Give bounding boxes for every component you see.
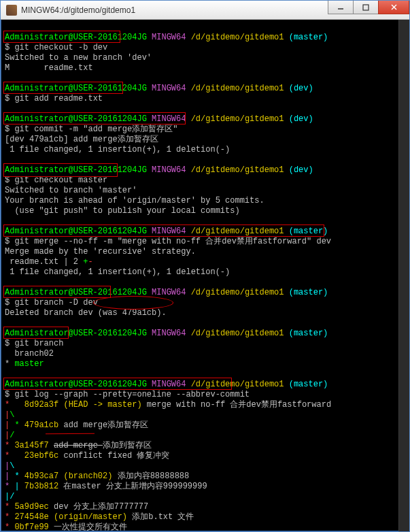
close-button[interactable] bbox=[378, 1, 409, 14]
log-line: * 5a9d9ec dev 分支上添加7777777 bbox=[5, 502, 148, 512]
log-line: | * 4b93ca7 (branch02) 添加内容88888888 bbox=[5, 471, 189, 481]
log-line: * 8d92a3f (HEAD -> master) merge with no… bbox=[5, 400, 331, 410]
cmd-line: $ git add readme.txt bbox=[5, 94, 103, 103]
prompt-line: Administrator@USER-20161204JG MINGW64 /d… bbox=[5, 84, 313, 93]
prompt-line: Administrator@USER-20161204JG MINGW64 /d… bbox=[5, 33, 328, 42]
prompt-line: Administrator@USER-20161204JG MINGW64 /d… bbox=[5, 114, 313, 124]
cmd-line: $ git merge --no-ff -m "merge with no-ff… bbox=[5, 237, 331, 246]
window-buttons bbox=[328, 1, 409, 14]
log-line: * | 7b3b812 在master 分支上新增内容999999999 bbox=[5, 482, 207, 491]
prompt-line: Administrator@USER-20161204JG MINGW64 /d… bbox=[5, 380, 328, 389]
maximize-button[interactable] bbox=[353, 1, 379, 14]
minimize-button[interactable] bbox=[328, 1, 354, 14]
out-line: Deleted branch dev (was 479a1cb). bbox=[5, 308, 167, 318]
cmd-line: $ git commit -m "add merge添加暂存区" bbox=[5, 124, 177, 134]
scrollbar[interactable] bbox=[398, 20, 409, 531]
cmd-line: $ git branch -D dev bbox=[5, 298, 98, 307]
out-line: Switched to branch 'master' bbox=[5, 186, 137, 195]
out-line: [dev 479a1cb] add merge添加暂存区 bbox=[5, 135, 158, 144]
out-line: 1 file changed, 1 insertion(+), 1 deleti… bbox=[5, 267, 230, 277]
out-line: * master bbox=[5, 359, 44, 369]
log-line: |\ bbox=[5, 461, 14, 471]
out-line: Your branch is ahead of 'origin/master' … bbox=[5, 196, 264, 205]
titlebar[interactable]: MINGW64:/d/gitdemo/gitdemo1 bbox=[1, 1, 409, 20]
out-line: Switched to a new branch 'dev' bbox=[5, 53, 152, 63]
cmd-line: $ git checkout -b dev bbox=[5, 43, 107, 52]
log-line: * 23ebf6c conflict fixed 修复冲突 bbox=[5, 451, 169, 461]
log-line: |/ bbox=[5, 492, 14, 501]
terminal-window: MINGW64:/d/gitdemo/gitdemo1 Administrato… bbox=[0, 0, 410, 532]
out-line: readme.txt | 2 +- bbox=[5, 257, 93, 267]
out-line: 1 file changed, 1 insertion(+), 1 deleti… bbox=[5, 145, 230, 154]
out-line: Merge made by the 'recursive' strategy. bbox=[5, 247, 196, 256]
prompt-line: Administrator@USER-20161204JG MINGW64 /d… bbox=[5, 288, 328, 297]
log-line: * 0bf7e99 一次性提交所有文件 bbox=[5, 522, 127, 532]
app-icon bbox=[6, 5, 17, 16]
window-title: MINGW64:/d/gitdemo/gitdemo1 bbox=[21, 5, 135, 15]
cmd-line: $ git checkout master bbox=[5, 176, 107, 185]
prompt-line: Administrator@USER-20161204JG MINGW64 /d… bbox=[5, 329, 328, 338]
log-line: | * 479a1cb add merge添加暂存区 bbox=[5, 420, 148, 430]
out-line: (use "git push" to publish your local co… bbox=[5, 206, 240, 216]
out-line: branch02 bbox=[5, 349, 54, 359]
log-line: |/ bbox=[5, 431, 14, 440]
terminal-output[interactable]: Administrator@USER-20161204JG MINGW64 /d… bbox=[1, 20, 409, 532]
prompt-line: Administrator@USER-20161204JG MINGW64 /d… bbox=[5, 227, 328, 236]
log-line: |\ bbox=[5, 410, 14, 420]
out-line: M readme.txt bbox=[5, 63, 93, 73]
svg-rect-1 bbox=[363, 5, 369, 10]
cmd-line: $ git branch bbox=[5, 339, 63, 348]
cmd-line: $ git log --graph --pretty=oneline --abb… bbox=[5, 390, 250, 399]
log-line: * 3a145f7 add merge 添加到暂存区 bbox=[5, 441, 152, 450]
prompt-line: Administrator@USER-20161204JG MINGW64 /d… bbox=[5, 165, 313, 175]
log-line: * 274548e (origin/master) 添加b.txt 文件 bbox=[5, 512, 194, 522]
